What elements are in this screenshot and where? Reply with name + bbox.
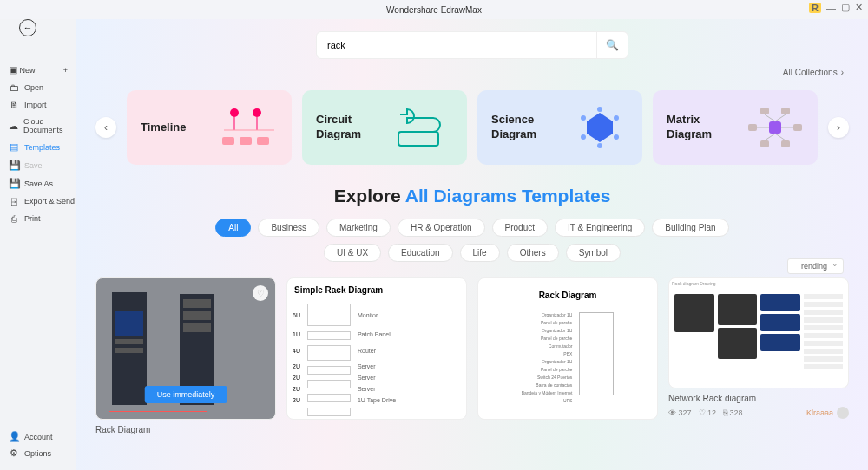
search-bar: 🔍: [316, 31, 628, 59]
svg-rect-17: [748, 124, 757, 131]
stat-likes: ♡ 12: [699, 408, 717, 417]
svg-point-0: [230, 108, 239, 117]
svg-rect-32: [115, 348, 143, 353]
chip-building[interactable]: Building Plan: [652, 219, 728, 237]
svg-rect-30: [115, 311, 143, 336]
svg-rect-35: [183, 311, 211, 320]
author-name[interactable]: Klraaaa: [806, 408, 833, 417]
carousel-next[interactable]: ›: [828, 117, 849, 138]
sort-select[interactable]: Trending: [787, 258, 844, 274]
chip-life[interactable]: Life: [460, 244, 500, 262]
science-art: [571, 99, 628, 156]
sidebar-item-print[interactable]: ⎙Print: [9, 210, 76, 227]
window-title: Wondershare EdrawMax: [386, 5, 482, 15]
main-content: 🔍 All Collections› ‹ Timeline CircuitDia…: [76, 19, 868, 470]
chevron-right-icon: ›: [841, 68, 844, 77]
gallery-item-2[interactable]: Simple Rack Diagram 6U 1U 4U 2U 2U 2U 2U: [286, 277, 467, 434]
sidebar-item-templates[interactable]: ▤Templates: [9, 138, 76, 156]
sidebar-item-cloud[interactable]: ☁Cloud Documents: [9, 114, 76, 138]
card-matrix[interactable]: MatrixDiagram: [653, 90, 818, 165]
svg-rect-20: [781, 108, 790, 114]
user-icon: 👤: [9, 431, 19, 442]
timeline-art: [220, 99, 278, 156]
stat-views: 👁 327: [668, 408, 692, 417]
template-gallery: ♡ Use immediately Rack Diagram Simple Ra…: [95, 277, 849, 434]
sidebar-item-new[interactable]: ▣ New+: [9, 61, 76, 79]
svg-marker-9: [587, 113, 613, 142]
chip-symbol[interactable]: Symbol: [566, 244, 621, 262]
chip-it[interactable]: IT & Engineering: [555, 219, 645, 237]
chip-marketing[interactable]: Marketing: [326, 219, 391, 237]
thumbnail: Simple Rack Diagram 6U 1U 4U 2U 2U 2U 2U: [286, 277, 467, 420]
chip-business[interactable]: Business: [258, 219, 319, 237]
templates-icon: ▤: [9, 141, 19, 153]
saveas-icon: 💾: [9, 178, 19, 189]
svg-line-26: [775, 114, 786, 121]
back-button[interactable]: ←: [19, 19, 36, 36]
sidebar-item-options[interactable]: ⚙Options: [9, 445, 53, 461]
chip-product[interactable]: Product: [492, 219, 548, 237]
thumbnail: Rack Diagram Organizador 1U Panel de par…: [477, 277, 658, 420]
svg-rect-31: [115, 339, 143, 344]
svg-line-28: [775, 134, 786, 140]
svg-rect-36: [183, 323, 211, 332]
circuit-art: [396, 99, 453, 156]
user-badge[interactable]: R: [809, 3, 821, 13]
avatar[interactable]: [837, 407, 849, 419]
plus-icon[interactable]: +: [63, 66, 68, 75]
svg-rect-18: [793, 124, 802, 131]
gear-icon: ⚙: [9, 447, 19, 459]
gallery-title: Network Rack diagram: [668, 394, 849, 403]
svg-point-14: [581, 134, 586, 140]
gallery-meta: 👁 327 ♡ 12 ⎘ 328 Klraaaa: [668, 407, 849, 419]
svg-rect-21: [760, 140, 769, 147]
chip-uiux[interactable]: UI & UX: [324, 244, 381, 262]
chip-hr[interactable]: HR & Operation: [398, 219, 485, 237]
svg-rect-34: [183, 299, 211, 308]
svg-point-12: [614, 134, 619, 140]
card-science[interactable]: ScienceDiagram: [477, 90, 642, 165]
gallery-item-4[interactable]: Rack diagram Drawing Network Rack diagra…: [668, 277, 849, 434]
carousel-prev[interactable]: ‹: [95, 117, 116, 138]
thumbnail: Rack diagram Drawing: [668, 277, 849, 388]
sidebar-item-save: 💾Save: [9, 156, 76, 174]
search-button[interactable]: 🔍: [596, 32, 628, 58]
chip-others[interactable]: Others: [507, 244, 559, 262]
sidebar-item-account[interactable]: 👤Account: [9, 428, 53, 445]
use-immediately-button[interactable]: Use immediately: [145, 386, 227, 403]
card-circuit[interactable]: CircuitDiagram: [302, 90, 467, 165]
svg-rect-16: [769, 121, 781, 134]
import-icon: 🗎: [9, 100, 19, 110]
svg-point-1: [253, 108, 261, 117]
favorite-icon[interactable]: ♡: [253, 285, 268, 301]
print-icon: ⎙: [9, 213, 19, 224]
close-icon[interactable]: ✕: [855, 2, 863, 13]
chip-education[interactable]: Education: [388, 244, 452, 262]
svg-rect-5: [222, 137, 234, 145]
filter-chips-row-2: UI & UX Education Life Others Symbol: [95, 244, 849, 262]
gallery-item-1[interactable]: ♡ Use immediately Rack Diagram: [95, 277, 276, 434]
explore-heading: Explore All Diagrams Templates: [95, 186, 849, 206]
matrix-art: [746, 99, 804, 156]
stat-copies: ⎘ 328: [723, 408, 743, 417]
sidebar-item-open[interactable]: 🗀Open: [9, 79, 76, 96]
export-icon: ⍈: [9, 196, 19, 206]
all-collections-link[interactable]: All Collections›: [783, 68, 844, 77]
sidebar-item-export[interactable]: ⍈Export & Send: [9, 193, 76, 210]
gallery-item-3[interactable]: Rack Diagram Organizador 1U Panel de par…: [477, 277, 658, 434]
maximize-icon[interactable]: ▢: [841, 2, 850, 13]
sidebar-item-saveas[interactable]: 💾Save As: [9, 174, 76, 193]
sidebar-item-import[interactable]: 🗎Import: [9, 96, 76, 114]
save-icon: 💾: [9, 160, 19, 171]
thumbnail: ♡ Use immediately: [95, 277, 276, 420]
search-input[interactable]: [317, 40, 596, 50]
svg-point-13: [597, 143, 602, 148]
minimize-icon[interactable]: —: [826, 3, 836, 13]
card-timeline[interactable]: Timeline: [127, 90, 292, 165]
svg-rect-19: [760, 108, 769, 114]
chip-all[interactable]: All: [215, 219, 251, 237]
sidebar: ▣ New+ 🗀Open 🗎Import ☁Cloud Documents ▤T…: [0, 19, 76, 470]
svg-rect-22: [781, 140, 790, 147]
category-carousel: ‹ Timeline CircuitDiagram ScienceDiagram: [95, 90, 849, 165]
svg-rect-8: [398, 132, 438, 146]
